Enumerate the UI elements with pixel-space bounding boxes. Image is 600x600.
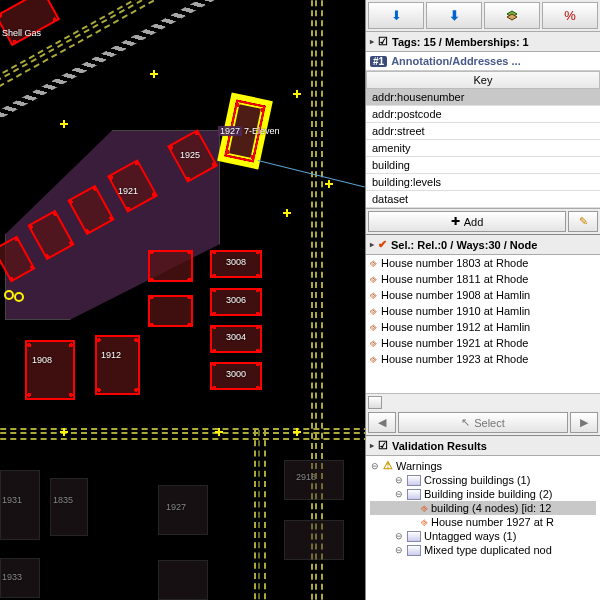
building-7-eleven-selected[interactable] (224, 100, 265, 163)
selection-item[interactable]: ⎆House number 1921 at Rhode (366, 335, 600, 351)
validation-panel-title[interactable]: ▸ ☑ Validation Results (366, 436, 600, 456)
selection-item[interactable]: ⎆House number 1912 at Hamlin (366, 319, 600, 335)
selection-item[interactable]: ⎆House number 1908 at Hamlin (366, 287, 600, 303)
map-canvas[interactable]: Shell Gas 1927 7-Eleven 1925 1921 1912 1… (0, 0, 365, 600)
tag-row[interactable]: amenity (366, 140, 600, 157)
tree-row[interactable]: ⊖Mixed type duplicated nod (370, 543, 596, 557)
toolbar-btn-percent[interactable]: % (542, 2, 598, 29)
way-icon: ⎆ (370, 353, 377, 365)
select-button[interactable]: ↖Select (398, 412, 568, 433)
cursor-icon: ↖ (461, 416, 470, 429)
selection-panel-title[interactable]: ▸ ✔ Sel.: Rel.:0 / Ways:30 / Node (366, 235, 600, 255)
building-dim-3[interactable] (158, 485, 208, 535)
selection-hscrollbar[interactable] (366, 393, 600, 410)
tags-title-text: Tags: 15 / Memberships: 1 (392, 36, 529, 48)
selection-item[interactable]: ⎆House number 1811 at Rhode (366, 271, 600, 287)
key-column-header[interactable]: Key (366, 71, 600, 89)
tags-table[interactable]: addr:housenumberaddr:postcodeaddr:street… (366, 89, 600, 208)
node-marker[interactable] (325, 180, 333, 188)
tree-twisty-icon[interactable]: ⊖ (370, 461, 380, 471)
pencil-icon: ✎ (579, 215, 588, 228)
folder-icon (407, 489, 421, 500)
tree-twisty-icon[interactable]: ⊖ (394, 489, 404, 499)
building-dim-1[interactable] (0, 470, 40, 540)
tree-twisty-icon[interactable]: ⊖ (394, 545, 404, 555)
tree-twisty-icon[interactable]: ⊖ (394, 475, 404, 485)
tree-row-label: Crossing buildings (1) (424, 474, 530, 486)
toolbar-btn-1[interactable]: ⬇ (368, 2, 424, 29)
building-dim-7[interactable] (284, 520, 344, 560)
building-dim-2[interactable] (50, 478, 88, 536)
tree-row[interactable]: ⊖Building inside building (2) (370, 487, 596, 501)
tag-row[interactable]: dataset (366, 191, 600, 208)
building-3008[interactable] (210, 250, 262, 278)
tree-warnings-root[interactable]: ⊖ ⚠ Warnings (370, 458, 596, 473)
tag-row[interactable]: addr:postcode (366, 106, 600, 123)
side-panel: ⬇ ⬇ % ▸ ☑ Tags: 15 / Memberships: 1 #1 A… (365, 0, 600, 600)
node-circle[interactable] (4, 290, 14, 300)
select-prev-button[interactable]: ◀ (368, 412, 396, 433)
tree-row-label: building (4 nodes) [id: 12 (431, 502, 551, 514)
building-dim-6[interactable] (158, 560, 208, 600)
collapse-icon: ▸ (370, 240, 374, 249)
layers-icon (505, 9, 519, 23)
warning-icon: ⚠ (383, 459, 393, 472)
way-icon: ⎆ (370, 257, 377, 269)
node-marker[interactable] (283, 209, 291, 217)
selection-item-label: House number 1910 at Hamlin (381, 305, 530, 317)
building-shell-gas[interactable] (0, 0, 60, 46)
node-circle[interactable] (14, 292, 24, 302)
toolbar-btn-2[interactable]: ⬇ (426, 2, 482, 29)
toolbar-btn-layers[interactable] (484, 2, 540, 29)
tag-row[interactable]: building (366, 157, 600, 174)
add-label: Add (464, 216, 484, 228)
validation-tree[interactable]: ⊖ ⚠ Warnings ⊖Crossing buildings (1)⊖Bui… (366, 456, 600, 600)
tree-row-label: Mixed type duplicated nod (424, 544, 552, 556)
selection-item-label: House number 1908 at Hamlin (381, 289, 530, 301)
building-e[interactable] (148, 295, 193, 327)
tree-row[interactable]: ⎆House number 1927 at R (370, 515, 596, 529)
building-3000[interactable] (210, 362, 262, 390)
pin-icon: ☑ (378, 35, 388, 48)
way-icon: ✔ (378, 238, 387, 251)
tag-row[interactable]: building:levels (366, 174, 600, 191)
node-marker[interactable] (60, 120, 68, 128)
folder-icon (407, 545, 421, 556)
tree-twisty-icon[interactable]: ⊖ (394, 531, 404, 541)
tag-row[interactable]: addr:housenumber (366, 89, 600, 106)
building-d[interactable] (148, 250, 193, 282)
way-icon: ⎆ (421, 516, 428, 528)
building-dim-4[interactable] (284, 460, 344, 500)
way-icon: ⎆ (370, 273, 377, 285)
selection-item[interactable]: ⎆House number 1923 at Rhode (366, 351, 600, 367)
building-1912[interactable] (95, 335, 140, 395)
way-icon: ⎆ (421, 502, 428, 514)
scrollbar-thumb[interactable] (368, 396, 382, 409)
way-icon: ⎆ (370, 337, 377, 349)
edit-tag-button[interactable]: ✎ (568, 211, 598, 232)
tags-button-row: ✚Add ✎ (366, 208, 600, 235)
selection-item-label: House number 1811 at Rhode (381, 273, 528, 285)
tree-row[interactable]: ⊖Crossing buildings (1) (370, 473, 596, 487)
tree-row[interactable]: ⊖Untagged ways (1) (370, 529, 596, 543)
selection-list[interactable]: ⎆House number 1803 at Rhode⎆House number… (366, 255, 600, 393)
preset-row[interactable]: #1 Annotation/Addresses ... (366, 52, 600, 71)
way-icon: ⎆ (370, 305, 377, 317)
warnings-label: Warnings (396, 460, 442, 472)
building-1908[interactable] (25, 340, 75, 400)
node-marker[interactable] (293, 90, 301, 98)
preset-label: Annotation/Addresses ... (391, 55, 521, 67)
tag-row[interactable]: addr:street (366, 123, 600, 140)
node-marker[interactable] (150, 70, 158, 78)
selection-item[interactable]: ⎆House number 1803 at Rhode (366, 255, 600, 271)
selection-item[interactable]: ⎆House number 1910 at Hamlin (366, 303, 600, 319)
road-horizontal (0, 432, 365, 434)
tags-panel-title[interactable]: ▸ ☑ Tags: 15 / Memberships: 1 (366, 32, 600, 52)
building-3006[interactable] (210, 288, 262, 316)
preset-badge-icon: #1 (370, 56, 387, 67)
select-next-button[interactable]: ▶ (570, 412, 598, 433)
building-3004[interactable] (210, 325, 262, 353)
building-dim-5[interactable] (0, 558, 40, 598)
tree-row[interactable]: ⎆building (4 nodes) [id: 12 (370, 501, 596, 515)
add-tag-button[interactable]: ✚Add (368, 211, 566, 232)
